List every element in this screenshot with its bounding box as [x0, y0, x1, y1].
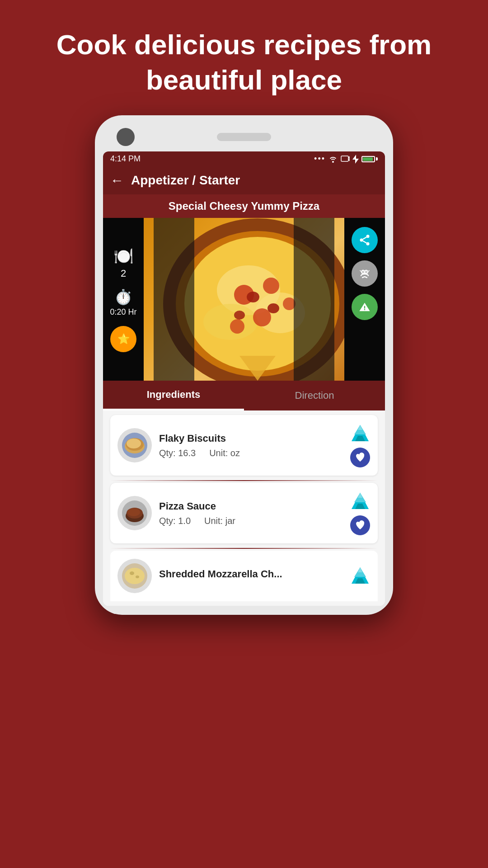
share-icon [358, 234, 371, 246]
svg-point-19 [360, 239, 363, 242]
pyramid-icon [350, 566, 371, 586]
svg-point-26 [366, 271, 366, 272]
tab-direction[interactable]: Direction [244, 382, 385, 410]
svg-point-15 [234, 311, 245, 320]
svg-rect-16 [154, 218, 194, 381]
ingredient-name: Flaky Biscuits [159, 433, 343, 444]
phone-speaker [217, 133, 271, 141]
serving-icon: 🍽️ [113, 247, 134, 266]
svg-rect-29 [364, 309, 365, 310]
cheese-icon [121, 562, 148, 590]
svg-rect-0 [341, 156, 348, 161]
read-button[interactable] [352, 260, 378, 287]
svg-marker-52 [358, 567, 362, 572]
sauce-icon [121, 500, 148, 527]
recipe-tabs: Ingredients Direction [103, 381, 385, 410]
more-dots-icon: ••• [314, 154, 325, 164]
ingredient-card-partial: Shredded Mozzarella Ch... [110, 551, 378, 601]
serving-count: 2 [121, 268, 126, 279]
qty-label: Qty: 1.0 [159, 516, 191, 526]
svg-point-25 [362, 271, 363, 272]
svg-point-33 [127, 439, 141, 448]
pyramid-icon [350, 491, 371, 512]
svg-point-9 [263, 278, 279, 294]
ingredient-image-mozzarella [117, 559, 152, 593]
phone-screen: 4:14 PM ••• [103, 151, 385, 606]
fitness-icon [350, 448, 370, 467]
svg-point-11 [230, 319, 244, 334]
separator [110, 480, 378, 481]
time-section: ⏱️ 0:20 Hr [110, 288, 136, 317]
ingredient-nutrition-icons [350, 491, 371, 535]
ingredient-nutrition-icons [350, 566, 371, 586]
pyramid-icon [350, 423, 371, 444]
separator [110, 548, 378, 549]
hero-right-panel [344, 218, 385, 381]
svg-point-13 [247, 292, 259, 302]
unit-label: Unit: jar [204, 516, 235, 526]
ingredient-nutrition-icons [350, 423, 371, 467]
fitness-icon [350, 515, 370, 535]
ingredient-name: Shredded Mozzarella Ch... [159, 568, 343, 580]
svg-marker-1 [352, 155, 359, 164]
time-text: 0:20 Hr [110, 307, 136, 317]
svg-point-18 [366, 235, 370, 238]
svg-marker-44 [358, 493, 362, 498]
ingredient-info-pizzasauce: Pizza Sauce Qty: 1.0 Unit: jar [159, 500, 343, 526]
pizza-image [144, 218, 344, 381]
svg-point-7 [203, 304, 258, 340]
alert-button[interactable] [352, 294, 378, 320]
tagline: Cook delicious recipes from beautiful pl… [0, 0, 488, 115]
ingredient-image-flakybiscuits [117, 428, 152, 462]
ingredient-card: Pizza Sauce Qty: 1.0 Unit: jar [110, 483, 378, 543]
phone-shell: 4:14 PM ••• [95, 115, 393, 615]
ingredients-list: Flaky Biscuits Qty: 16.3 Unit: oz [103, 410, 385, 606]
triangle-icon [358, 301, 371, 313]
book-icon [358, 267, 371, 280]
rating-button[interactable]: ⭐ [110, 326, 136, 352]
pizza-visual [144, 218, 344, 381]
phone-camera [117, 128, 135, 146]
svg-rect-17 [294, 218, 334, 381]
unit-label: Unit: oz [209, 448, 240, 458]
svg-point-12 [283, 297, 296, 310]
ingredient-card: Flaky Biscuits Qty: 16.3 Unit: oz [110, 415, 378, 476]
serving-section: 🍽️ 2 [113, 247, 134, 279]
biscuit-icon [121, 432, 148, 459]
battery-icon [361, 156, 378, 162]
back-button[interactable]: ← [110, 173, 124, 188]
hero-left-panel: 🍽️ 2 ⏱️ 0:20 Hr ⭐ [103, 218, 144, 381]
qty-label: Qty: 16.3 [159, 448, 196, 458]
svg-point-47 [125, 568, 145, 584]
svg-point-49 [136, 576, 139, 578]
screenrecord-icon [341, 156, 350, 163]
app-navbar: ← Appetizer / Starter [103, 166, 385, 194]
ingredient-name: Pizza Sauce [159, 500, 343, 512]
svg-marker-36 [358, 425, 362, 430]
status-time: 4:14 PM [110, 154, 141, 164]
timer-icon: ⏱️ [114, 288, 132, 306]
svg-point-41 [127, 508, 140, 516]
ingredient-qty-unit: Qty: 1.0 Unit: jar [159, 516, 343, 526]
navbar-title: Appetizer / Starter [131, 173, 240, 188]
ingredient-qty-unit: Qty: 16.3 Unit: oz [159, 448, 343, 458]
recipe-hero: 🍽️ 2 ⏱️ 0:20 Hr ⭐ [103, 218, 385, 381]
svg-point-10 [253, 308, 271, 326]
ingredient-info-flakybiscuits: Flaky Biscuits Qty: 16.3 Unit: oz [159, 433, 343, 458]
share-button[interactable] [352, 227, 378, 253]
svg-point-20 [366, 242, 370, 245]
svg-line-21 [363, 241, 366, 243]
charging-icon [352, 155, 359, 164]
status-icons: ••• [314, 154, 378, 164]
tab-ingredients[interactable]: Ingredients [103, 381, 244, 410]
wifi-icon [328, 156, 338, 163]
star-edit-icon: ⭐ [117, 333, 130, 345]
svg-rect-28 [364, 306, 365, 309]
svg-point-48 [130, 571, 134, 575]
ingredient-image-pizzasauce [117, 496, 152, 530]
ingredient-info-mozzarella: Shredded Mozzarella Ch... [159, 568, 343, 584]
status-bar: 4:14 PM ••• [103, 151, 385, 166]
phone-notch-area [103, 124, 385, 151]
svg-line-22 [363, 237, 366, 240]
svg-point-14 [267, 303, 279, 313]
